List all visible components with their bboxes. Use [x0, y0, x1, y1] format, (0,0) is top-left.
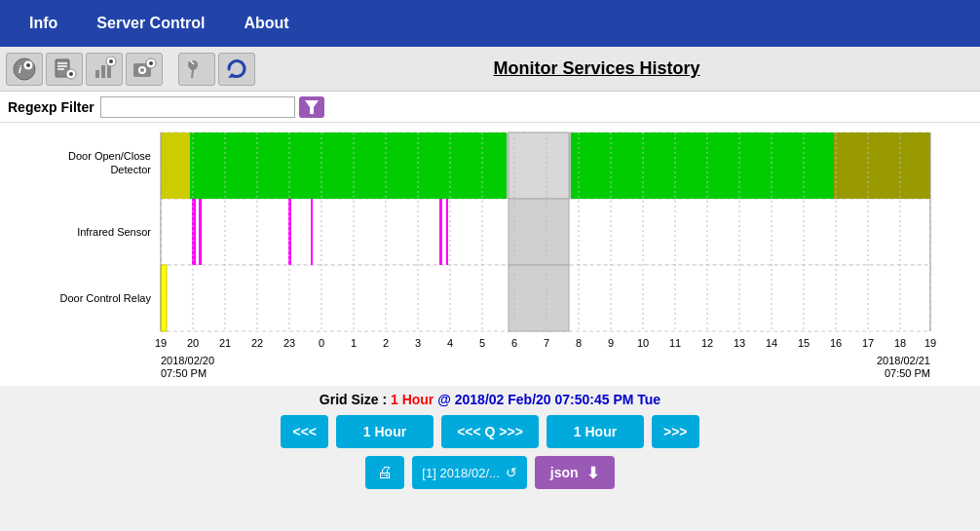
json-export-button[interactable]: json ⬇: [535, 456, 615, 489]
svg-text:Door Open/Close: Door Open/Close: [68, 150, 151, 162]
svg-text:0: 0: [319, 337, 324, 349]
next-next-button[interactable]: >>>: [652, 415, 699, 448]
svg-text:1: 1: [351, 337, 357, 349]
grid-size-value: 1 Hour: [391, 392, 433, 407]
prev-hour-button[interactable]: 1 Hour: [336, 415, 433, 448]
svg-rect-34: [834, 133, 930, 199]
svg-rect-38: [199, 199, 202, 265]
nav-server-control[interactable]: Server Control: [77, 0, 224, 47]
svg-point-3: [26, 63, 30, 67]
nav-info[interactable]: Info: [10, 0, 77, 47]
svg-text:2018/02/21: 2018/02/21: [877, 355, 930, 366]
download-icon: ⬇: [586, 464, 599, 482]
svg-text:7: 7: [544, 337, 549, 349]
svg-rect-30: [190, 133, 536, 199]
chart-eye-button[interactable]: [86, 53, 123, 86]
svg-rect-42: [446, 199, 448, 265]
svg-text:19: 19: [155, 337, 167, 349]
filter-apply-button[interactable]: [299, 96, 324, 118]
date-refresh-icon: ↺: [506, 465, 517, 480]
info-eye-button[interactable]: i: [6, 53, 43, 86]
wrench-refresh-button[interactable]: [178, 53, 215, 86]
svg-rect-45: [161, 265, 167, 331]
svg-text:13: 13: [734, 337, 745, 349]
zoom-button[interactable]: <<< Q >>>: [441, 415, 539, 448]
print-icon: 🖨: [377, 464, 393, 481]
svg-text:07:50 PM: 07:50 PM: [885, 367, 930, 379]
svg-text:Infrared Sensor: Infrared Sensor: [77, 226, 151, 238]
date-selector-button[interactable]: [1] 2018/02/... ↺: [412, 456, 527, 489]
svg-rect-46: [509, 265, 569, 331]
print-button[interactable]: 🖨: [365, 456, 404, 489]
svg-text:8: 8: [576, 337, 582, 349]
svg-text:21: 21: [219, 337, 231, 349]
svg-text:3: 3: [415, 337, 421, 349]
toolbar: i: [0, 47, 980, 92]
svg-text:9: 9: [608, 337, 614, 349]
chart-container: Door Open/Close Detector Infrared Sensor…: [0, 123, 980, 386]
svg-rect-43: [509, 199, 569, 265]
svg-text:23: 23: [283, 337, 295, 349]
svg-point-20: [149, 61, 153, 65]
svg-text:19: 19: [924, 337, 936, 349]
svg-text:Detector: Detector: [110, 164, 151, 175]
navigation-controls: <<< 1 Hour <<< Q >>> 1 Hour >>>: [281, 415, 698, 448]
svg-rect-40: [311, 199, 313, 265]
filter-row: Regexp Filter: [0, 92, 980, 123]
nav-about[interactable]: About: [224, 0, 308, 47]
doc-eye-button[interactable]: [46, 53, 83, 86]
camera-eye-button[interactable]: [126, 53, 163, 86]
svg-rect-10: [95, 70, 99, 78]
svg-text:6: 6: [511, 337, 517, 349]
svg-rect-29: [161, 133, 190, 199]
svg-marker-23: [305, 100, 319, 114]
svg-rect-41: [439, 199, 442, 265]
svg-rect-11: [101, 65, 105, 78]
chart-svg: Door Open/Close Detector Infrared Sensor…: [0, 123, 980, 386]
svg-text:10: 10: [637, 337, 649, 349]
svg-text:12: 12: [701, 337, 713, 349]
next-hour-button[interactable]: 1 Hour: [547, 415, 644, 448]
svg-text:15: 15: [798, 337, 810, 349]
svg-point-14: [109, 59, 113, 63]
svg-text:16: 16: [830, 337, 842, 349]
svg-text:18: 18: [894, 337, 906, 349]
svg-text:22: 22: [251, 337, 263, 349]
prev-prev-button[interactable]: <<<: [281, 415, 328, 448]
svg-point-9: [69, 72, 73, 76]
date-label: [1] 2018/02/...: [422, 466, 500, 480]
svg-text:5: 5: [479, 337, 485, 349]
grid-size-info: Grid Size : 1 Hour @ 2018/02 Feb/20 07:5…: [320, 392, 660, 407]
svg-text:14: 14: [766, 337, 777, 349]
svg-text:20: 20: [187, 337, 199, 349]
svg-text:4: 4: [447, 337, 453, 349]
svg-rect-32: [509, 133, 569, 199]
filter-label: Regexp Filter: [8, 99, 94, 115]
svg-text:17: 17: [862, 337, 874, 349]
filter-icon: [305, 100, 319, 114]
svg-text:Door Control Relay: Door Control Relay: [59, 292, 151, 304]
export-controls: 🖨 [1] 2018/02/... ↺ json ⬇: [365, 456, 614, 489]
grid-timestamp: @ 2018/02 Feb/20 07:50:45 PM Tue: [437, 392, 660, 407]
svg-text:2018/02/20: 2018/02/20: [161, 355, 214, 366]
grid-size-prefix: Grid Size :: [320, 392, 387, 407]
svg-text:11: 11: [669, 337, 681, 349]
navbar: Info Server Control About: [0, 0, 980, 47]
refresh-button[interactable]: [218, 53, 255, 86]
page-title: Monitor Services History: [258, 58, 935, 79]
svg-point-18: [140, 68, 144, 72]
regexp-filter-input[interactable]: [100, 96, 295, 118]
json-label: json: [550, 465, 579, 480]
bottom-controls: Grid Size : 1 Hour @ 2018/02 Feb/20 07:5…: [0, 386, 980, 495]
svg-text:07:50 PM: 07:50 PM: [161, 367, 207, 379]
svg-text:2: 2: [383, 337, 389, 349]
